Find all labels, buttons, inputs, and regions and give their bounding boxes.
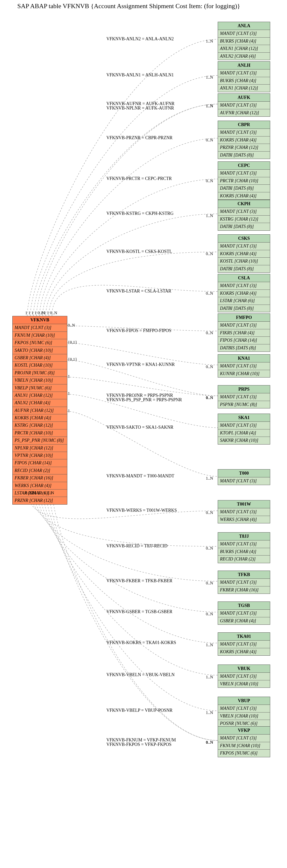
table-csks: CSKSMANDT [CLNT (3)]KOKRS [CHAR (4)]KOST…	[218, 235, 270, 273]
table-field: GSBER [CHAR (4)]	[12, 354, 67, 362]
multiplicity-label: 0..N	[206, 581, 213, 586]
multiplicity-label: 1	[41, 491, 43, 495]
edge-label: VFKNVB-SAKTO = SKA1-SAKNR	[106, 425, 173, 430]
table-field: BUKRS [CHAR (4)]	[218, 38, 270, 45]
table-anlh: ANLHMANDT [CLNT (3)]BUKRS [CHAR (4)]ANLN…	[218, 61, 270, 92]
multiplicity-label: 0..N	[206, 364, 213, 369]
multiplicity-label: 0..N	[68, 323, 75, 328]
table-field: BUKRS [CHAR (4)]	[218, 548, 270, 556]
table-anla: ANLAMANDT [CLNT (3)]BUKRS [CHAR (4)]ANLN…	[218, 22, 270, 60]
edge-label: VFKNVB-FKPOS = VFKP-FKPOS	[106, 742, 171, 747]
table-field: ANLN1 [CHAR (12)]	[218, 85, 270, 92]
table-header: CKPH	[218, 200, 270, 208]
multiplicity-label: 0..N	[206, 612, 213, 617]
edge-label: VFKNVB-VPTNR = KNA1-KUNNR	[106, 362, 175, 367]
table-field: KTOPL [CHAR (4)]	[218, 429, 270, 437]
table-field: MANDT [CLNT (3)]	[218, 243, 270, 250]
table-t000: T000MANDT [CLNT (3)]	[218, 469, 270, 485]
table-t8jj: T8JJMANDT [CLNT (3)]BUKRS [CHAR (4)]RECI…	[218, 532, 270, 563]
table-header: PRPS	[218, 385, 270, 393]
multiplicity-label: 1	[68, 391, 70, 396]
table-field: KOSTL [CHAR (10)]	[12, 362, 67, 369]
table-field: ANLN1 [CHAR (12)]	[218, 45, 270, 53]
table-field: NPLNR [CHAR (12)]	[12, 444, 67, 452]
multiplicity-label: 0..N	[206, 331, 213, 336]
table-header: T8JJ	[218, 532, 270, 540]
table-header: AUFK	[218, 94, 270, 102]
table-field: WERKS [CHAR (4)]	[218, 516, 270, 523]
table-aufk: AUFKMANDT [CLNT (3)]AUFNR [CHAR (12)]	[218, 93, 270, 117]
edge-label: VFKNVB-KSTRG = CKPH-KSTRG	[106, 211, 173, 216]
table-vbuk: VBUKMANDT [CLNT (3)]VBELN [CHAR (10)]	[218, 664, 270, 688]
table-field: MANDT [CLNT (3)]	[218, 322, 270, 329]
edge-label: VFKNVB-NPLNR = AUFK-AUFNR	[106, 105, 174, 111]
multiplicity-label: 1	[25, 311, 27, 315]
edge-label: VFKNVB-FIPOS = FMFPO-FIPOS	[106, 328, 171, 333]
table-field: MANDT [CLNT (3)]	[218, 579, 270, 586]
table-field: MANDT [CLNT (3)]	[218, 735, 270, 742]
table-field: PRCTR [CHAR (10)]	[12, 429, 67, 437]
table-header: T000	[218, 469, 270, 477]
edge-label: VFKNVB-PS_PSP_PNR = PRPS-PSPNR	[106, 397, 182, 402]
table-field: MANDT [CLNT (3)]	[12, 324, 67, 332]
edge-label: VFKNVB-MANDT = T000-MANDT	[106, 473, 174, 478]
multiplicity-label: 1	[68, 374, 70, 379]
table-field: VBELP [NUMC (6)]	[12, 384, 67, 392]
table-field: KOSTL [CHAR (10)]	[218, 258, 270, 265]
table-field: LSTAR [CHAR (6)]	[12, 490, 67, 497]
multiplicity-label: 1	[35, 311, 37, 315]
multiplicity-label: 1..N	[206, 213, 213, 218]
table-header: TFKB	[218, 571, 270, 579]
table-field: KOKRS [CHAR (4)]	[218, 192, 270, 199]
multiplicity-label: 1..N	[206, 710, 213, 715]
table-field: RECID [CHAR (2)]	[12, 467, 67, 474]
table-field: RECID [CHAR (2)]	[218, 556, 270, 563]
table-field: AUFNR [CHAR (12)]	[12, 407, 67, 414]
table-field: MANDT [CLNT (3)]	[218, 129, 270, 136]
table-header: FMFPO	[218, 314, 270, 322]
table-field: KUNNR [CHAR (10)]	[218, 370, 270, 377]
table-header: TGSB	[218, 602, 270, 610]
table-field: MANDT [CLNT (3)]	[218, 393, 270, 401]
table-field: KOKRS [CHAR (4)]	[218, 648, 270, 655]
table-field: BUKRS [CHAR (4)]	[218, 77, 270, 85]
table-field: SAKTO [CHAR (10)]	[12, 347, 67, 354]
table-cepc: CEPCMANDT [CLNT (3)]PRCTR [CHAR (10)]DAT…	[218, 161, 270, 200]
table-field: DATBI [DATS (8)]	[218, 265, 270, 273]
edge-label: VFKNVB-KOSTL = CSKS-KOSTL	[106, 249, 172, 254]
table-header: VFKP	[218, 726, 270, 735]
edge-label: VFKNVB-ANLN1 = ANLH-ANLN1	[106, 72, 174, 78]
edge-label: VFKNVB-WERKS = T001W-WERKS	[106, 508, 177, 513]
multiplicity-label: 1..N	[206, 75, 213, 80]
table-field: DATBI [DATS (8)]	[218, 223, 270, 230]
edge-label: VFKNVB-GSBER = TGSB-GSBER	[106, 609, 172, 614]
table-fmfpo: FMFPOMANDT [CLNT (3)]FIKRS [CHAR (4)]FIP…	[218, 313, 270, 352]
table-field: MANDT [CLNT (3)]	[218, 508, 270, 516]
multiplicity-label: {0,1}	[68, 340, 77, 345]
table-field: MANDT [CLNT (3)]	[218, 477, 270, 485]
edge-label: VFKNVB-PRCTR = CEPC-PRCTR	[106, 176, 172, 181]
multiplicity-label: 1	[31, 311, 34, 315]
table-header: SKA1	[218, 414, 270, 422]
multiplicity-label: 1	[38, 491, 40, 495]
table-field: MANDT [CLNT (3)]	[218, 363, 270, 370]
table-field: FKNUM [CHAR (10)]	[218, 742, 270, 750]
table-ska1: SKA1MANDT [CLNT (3)]KTOPL [CHAR (4)]SAKN…	[218, 413, 270, 444]
edge-label: VFKNVB-PRZNR = CBPR-PRZNR	[106, 135, 172, 141]
multiplicity-label: 0..N	[206, 510, 213, 515]
table-field: PRZNR [CHAR (12)]	[218, 144, 270, 151]
table-field: MANDT [CLNT (3)]	[218, 422, 270, 429]
table-csla: CSLAMANDT [CLNT (3)]KOKRS [CHAR (4)]LSTA…	[218, 274, 270, 312]
multiplicity-label: 0..N	[206, 179, 213, 183]
table-field: GSBER [CHAR (4)]	[218, 617, 270, 624]
table-header: CEPC	[218, 162, 270, 169]
table-field: FIPOS [CHAR (14)]	[218, 337, 270, 344]
table-field: ANLN1 [CHAR (12)]	[12, 392, 67, 399]
table-field: LSTAR [CHAR (6)]	[218, 297, 270, 305]
table-prps: PRPSMANDT [CLNT (3)]PSPNR [NUMC (8)]	[218, 385, 270, 408]
table-ckph: CKPHMANDT [CLNT (3)]KSTRG [CHAR (12)]DAT…	[218, 200, 270, 231]
table-field: SAKNR [CHAR (10)]	[218, 437, 270, 444]
table-field: FKNUM [CHAR (10)]	[12, 332, 67, 339]
multiplicity-label: 0..N	[206, 291, 213, 296]
table-t001w: T001WMANDT [CLNT (3)]WERKS [CHAR (4)]	[218, 500, 270, 523]
